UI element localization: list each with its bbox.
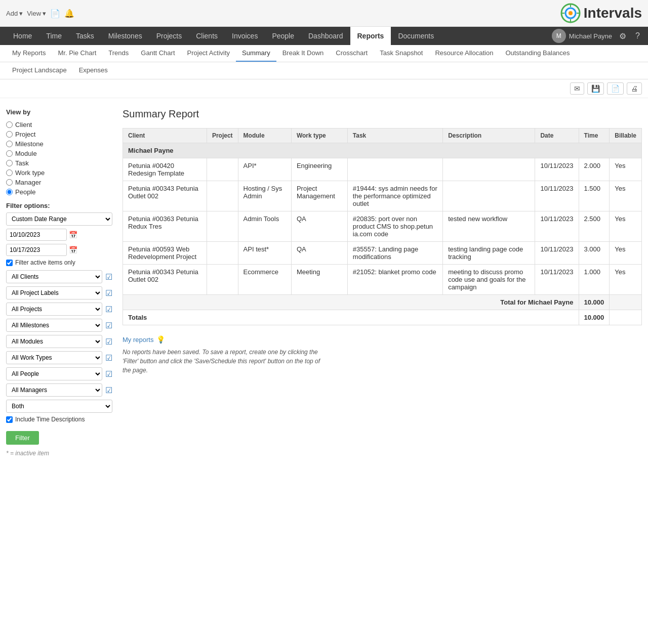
project-labels-select[interactable]: All Project Labels xyxy=(6,286,102,299)
managers-select[interactable]: All Managers xyxy=(6,383,102,397)
col-client: Client xyxy=(123,128,207,143)
pdf-report-button[interactable]: 📄 xyxy=(607,82,624,95)
nav-item-people[interactable]: People xyxy=(265,27,301,45)
radio-manager: Manager xyxy=(6,179,112,186)
settings-icon-button[interactable]: ⚙ xyxy=(617,30,628,42)
my-reports-link[interactable]: My reports xyxy=(123,336,153,344)
sub-nav-expenses[interactable]: Expenses xyxy=(73,62,114,79)
projects-multiselect-icon[interactable]: ☑ xyxy=(105,305,112,314)
people-multiselect-icon[interactable]: ☑ xyxy=(105,369,112,379)
sub-nav-resource-allocation[interactable]: Resource Allocation xyxy=(429,45,499,62)
nav-item-reports[interactable]: Reports xyxy=(350,27,391,45)
radio-client-input[interactable] xyxy=(6,121,13,128)
nav-item-projects[interactable]: Projects xyxy=(149,27,189,45)
sub-nav-break-it-down[interactable]: Break It Down xyxy=(276,45,330,62)
radio-milestone-input[interactable] xyxy=(6,141,13,147)
nav-item-home[interactable]: Home xyxy=(6,27,39,45)
col-project: Project xyxy=(207,128,238,143)
radio-project-label[interactable]: Project xyxy=(15,131,35,138)
radio-manager-label[interactable]: Manager xyxy=(15,179,41,186)
nav-item-clients[interactable]: Clients xyxy=(189,27,225,45)
billable-select[interactable]: Both xyxy=(6,400,112,413)
radio-module-label[interactable]: Module xyxy=(15,150,37,157)
radio-task-input[interactable] xyxy=(6,160,13,166)
radio-manager-input[interactable] xyxy=(6,179,13,186)
nav-item-milestones[interactable]: Milestones xyxy=(101,27,149,45)
nav-item-time[interactable]: Time xyxy=(39,27,69,45)
radio-work-type-label[interactable]: Work type xyxy=(15,169,45,177)
cell-time-1: 1.500 xyxy=(579,181,610,211)
sub-nav-row1: My Reports Mr. Pie Chart Trends Gantt Ch… xyxy=(0,45,648,62)
include-time-desc-checkbox[interactable] xyxy=(6,416,13,423)
radio-people-input[interactable] xyxy=(6,189,13,195)
date-range-select[interactable]: Custom Date Range xyxy=(6,212,112,226)
sub-nav-outstanding-balances[interactable]: Outstanding Balances xyxy=(499,45,576,62)
modules-select-row: All Modules ☑ xyxy=(6,335,112,348)
add-button[interactable]: Add ▾ xyxy=(6,10,23,17)
include-time-desc-label[interactable]: Include Time Descriptions xyxy=(15,416,85,423)
sub-nav-summary[interactable]: Summary xyxy=(236,45,276,62)
modules-multiselect-icon[interactable]: ☑ xyxy=(105,337,112,347)
work-types-multiselect-icon[interactable]: ☑ xyxy=(105,353,112,363)
modules-select[interactable]: All Modules xyxy=(6,335,102,348)
logo-icon xyxy=(560,3,581,23)
sub-nav-trends[interactable]: Trends xyxy=(102,45,135,62)
projects-select-row: All Projects ☑ xyxy=(6,303,112,316)
clients-select[interactable]: All Clients xyxy=(6,270,102,283)
sub-nav-my-reports[interactable]: My Reports xyxy=(6,45,52,62)
clients-multiselect-icon[interactable]: ☑ xyxy=(105,272,112,282)
radio-module-input[interactable] xyxy=(6,150,13,157)
document-icon-button[interactable]: 📄 xyxy=(50,9,60,18)
col-billable: Billable xyxy=(610,128,642,143)
save-report-button[interactable]: 💾 xyxy=(587,82,604,95)
sub-nav-mr-pie-chart[interactable]: Mr. Pie Chart xyxy=(52,45,102,62)
managers-multiselect-icon[interactable]: ☑ xyxy=(105,385,112,395)
sub-nav-task-snapshot[interactable]: Task Snapshot xyxy=(374,45,429,62)
filter-active-checkbox[interactable] xyxy=(6,260,13,266)
work-types-select[interactable]: All Work Types xyxy=(6,351,102,364)
calendar-from-icon[interactable]: 📅 xyxy=(69,231,77,239)
bell-icon-button[interactable]: 🔔 xyxy=(64,9,74,18)
cell-project-4 xyxy=(207,265,238,295)
filter-button[interactable]: Filter xyxy=(6,431,39,445)
cell-time-4: 1.000 xyxy=(579,265,610,295)
nav-item-dashboard[interactable]: Dashboard xyxy=(301,27,350,45)
projects-select[interactable]: All Projects xyxy=(6,303,102,316)
help-icon-button[interactable]: ? xyxy=(633,30,642,41)
sub-nav-project-activity[interactable]: Project Activity xyxy=(181,45,236,62)
user-name: Michael Payne xyxy=(569,32,612,40)
sub-nav-crosschart[interactable]: Crosschart xyxy=(330,45,374,62)
view-label: View xyxy=(27,10,41,17)
table-row: Petunia #00343 Petunia Outlet 002 Hostin… xyxy=(123,181,642,211)
filter-active-label[interactable]: Filter active items only xyxy=(15,259,75,266)
milestones-multiselect-icon[interactable]: ☑ xyxy=(105,321,112,330)
cell-worktype-4: Meeting xyxy=(291,265,347,295)
cell-module-4: Ecommerce xyxy=(238,265,291,295)
print-report-button[interactable]: 🖨 xyxy=(627,82,642,95)
milestones-select[interactable]: All Milestones xyxy=(6,319,102,332)
date-to-input[interactable] xyxy=(6,244,67,256)
view-button[interactable]: View ▾ xyxy=(27,10,46,17)
people-select[interactable]: All People xyxy=(6,367,102,380)
cell-task-2: #20835: port over non product CMS to sho… xyxy=(347,211,442,242)
nav-item-invoices[interactable]: Invoices xyxy=(225,27,265,45)
sub-nav-gantt-chart[interactable]: Gantt Chart xyxy=(135,45,181,62)
cell-billable-2: Yes xyxy=(610,211,642,242)
calendar-to-icon[interactable]: 📅 xyxy=(69,246,77,254)
nav-item-tasks[interactable]: Tasks xyxy=(69,27,101,45)
billable-select-row: Both xyxy=(6,400,112,413)
nav-item-documents[interactable]: Documents xyxy=(391,27,441,45)
radio-work-type: Work type xyxy=(6,169,112,177)
radio-milestone-label[interactable]: Milestone xyxy=(15,140,44,148)
radio-work-type-input[interactable] xyxy=(6,169,13,176)
radio-people-label[interactable]: People xyxy=(15,188,35,196)
email-report-button[interactable]: ✉ xyxy=(570,82,584,95)
radio-client-label[interactable]: Client xyxy=(15,121,32,128)
radio-project-input[interactable] xyxy=(6,131,13,138)
date-from-input[interactable] xyxy=(6,229,67,241)
cell-billable-4: Yes xyxy=(610,265,642,295)
sub-nav-project-landscape[interactable]: Project Landscape xyxy=(6,62,73,79)
cell-task-3: #35557: Landing page modifications xyxy=(347,242,442,265)
project-labels-multiselect-icon[interactable]: ☑ xyxy=(105,288,112,298)
radio-task-label[interactable]: Task xyxy=(15,159,29,167)
